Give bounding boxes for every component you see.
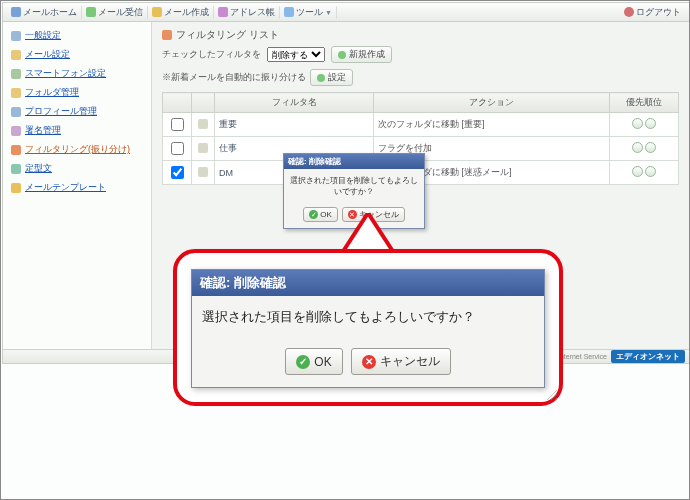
signature-icon [11, 126, 21, 136]
home-icon [11, 7, 21, 17]
sidebar-item-mail[interactable]: メール設定 [3, 45, 151, 64]
dialog-title: 確認: 削除確認 [284, 154, 424, 169]
col-checkbox [163, 93, 192, 113]
tab-label: メール受信 [98, 6, 143, 19]
sidebar-item-label: プロフィール管理 [25, 105, 97, 118]
sidebar-item-label: フィルタリング(振り分け) [25, 143, 130, 156]
col-action: アクション [374, 93, 610, 113]
note-settings-button[interactable]: 設定 [310, 69, 353, 86]
row-checkbox[interactable] [171, 166, 184, 179]
ok-button[interactable]: ✓OK [303, 207, 338, 222]
row-icon [198, 119, 208, 129]
ok-button[interactable]: ✓OK [285, 348, 342, 375]
col-priority: 優先順位 [610, 93, 679, 113]
row-icon [198, 143, 208, 153]
brand-badge: エディオンネット [611, 350, 685, 363]
tools-icon [284, 7, 294, 17]
sidebar-item-profile[interactable]: プロフィール管理 [3, 102, 151, 121]
tab-label: メール作成 [164, 6, 209, 19]
sidebar-item-label: 署名管理 [25, 124, 61, 137]
inbox-icon [86, 7, 96, 17]
row-checkbox[interactable] [171, 142, 184, 155]
table-header-row: フィルタ名 アクション 優先順位 [163, 93, 679, 113]
auto-sort-note: ※新着メールを自動的に振り分ける 設定 [162, 69, 679, 86]
sidebar-item-filtering[interactable]: フィルタリング(振り分け) [3, 140, 151, 159]
logout-button[interactable]: ログアウト [620, 6, 685, 19]
button-label: OK [314, 355, 331, 369]
sidebar-item-label: メールテンプレート [25, 181, 106, 194]
sidebar-item-general[interactable]: 一般設定 [3, 26, 151, 45]
address-icon [218, 7, 228, 17]
priority-up[interactable] [632, 118, 643, 129]
row-checkbox[interactable] [171, 118, 184, 131]
logout-label: ログアウト [636, 6, 681, 19]
zoom-callout: 確認: 削除確認 選択された項目を削除してもよろしいですか？ ✓OK ✕キャンセ… [173, 249, 563, 406]
sidebar-item-mail-template[interactable]: メールテンプレート [3, 178, 151, 197]
priority-up[interactable] [632, 166, 643, 177]
ok-icon: ✓ [309, 210, 318, 219]
col-icon [192, 93, 215, 113]
compose-icon [152, 7, 162, 17]
top-toolbar: メールホーム メール受信 メール作成 アドレス帳 ツール▼ ログアウト [3, 3, 689, 22]
gear-icon [11, 31, 21, 41]
chevron-down-icon: ▼ [325, 9, 332, 16]
tab-label: アドレス帳 [230, 6, 275, 19]
priority-up[interactable] [632, 142, 643, 153]
priority-down[interactable] [645, 118, 656, 129]
dialog-message: 選択された項目を削除してもよろしいですか？ [192, 296, 544, 330]
tab-tools[interactable]: ツール▼ [280, 6, 337, 19]
tab-address-book[interactable]: アドレス帳 [214, 6, 280, 19]
note-text: ※新着メールを自動的に振り分ける [162, 71, 306, 84]
sidebar-item-folder[interactable]: フォルダ管理 [3, 83, 151, 102]
sidebar-item-label: メール設定 [25, 48, 70, 61]
folder-icon [11, 88, 21, 98]
ok-icon: ✓ [296, 355, 310, 369]
sidebar-item-signature[interactable]: 署名管理 [3, 121, 151, 140]
row-priority [610, 161, 679, 185]
tab-mail-receive[interactable]: メール受信 [82, 6, 148, 19]
mail-icon [11, 50, 21, 60]
gear-icon [317, 74, 325, 82]
bulk-action-select[interactable]: 削除する [267, 47, 325, 62]
sidebar-item-label: フォルダ管理 [25, 86, 79, 99]
sidebar-item-label: スマートフォン設定 [25, 67, 106, 80]
tab-label: ツール [296, 6, 323, 19]
col-name: フィルタ名 [215, 93, 374, 113]
text-icon [11, 164, 21, 174]
sidebar-item-label: 定型文 [25, 162, 52, 175]
tab-mail-home[interactable]: メールホーム [7, 6, 82, 19]
row-priority [610, 137, 679, 161]
priority-down[interactable] [645, 166, 656, 177]
row-action: 次のフォルダに移動 [重要] [374, 113, 610, 137]
button-label: 設定 [328, 71, 346, 84]
cancel-button[interactable]: ✕キャンセル [351, 348, 451, 375]
panel-title-text: フィルタリング リスト [176, 28, 279, 42]
phone-icon [11, 69, 21, 79]
filter-icon [11, 145, 21, 155]
tab-label: メールホーム [23, 6, 77, 19]
sidebar-item-template-text[interactable]: 定型文 [3, 159, 151, 178]
new-filter-button[interactable]: 新規作成 [331, 46, 392, 63]
row-name[interactable]: 重要 [215, 113, 374, 137]
app-frame: メールホーム メール受信 メール作成 アドレス帳 ツール▼ ログアウト 一般設定… [0, 0, 690, 500]
button-label: OK [320, 210, 332, 219]
filter-icon [162, 30, 172, 40]
resize-handle-icon [547, 390, 557, 400]
button-label: 新規作成 [349, 48, 385, 61]
panel-title: フィルタリング リスト [162, 28, 679, 42]
sidebar-item-smartphone[interactable]: スマートフォン設定 [3, 64, 151, 83]
logout-icon [624, 7, 634, 17]
profile-icon [11, 107, 21, 117]
priority-down[interactable] [645, 142, 656, 153]
row-icon [198, 167, 208, 177]
bulk-action-label: チェックしたフィルタを [162, 48, 261, 61]
dialog-title: 確認: 削除確認 [192, 270, 544, 296]
tab-mail-compose[interactable]: メール作成 [148, 6, 214, 19]
template-icon [11, 183, 21, 193]
bulk-action-bar: チェックしたフィルタを 削除する 新規作成 [162, 46, 679, 63]
confirm-dialog-large: 確認: 削除確認 選択された項目を削除してもよろしいですか？ ✓OK ✕キャンセ… [191, 269, 545, 388]
sidebar: 一般設定 メール設定 スマートフォン設定 フォルダ管理 プロフィール管理 署名管… [3, 22, 152, 350]
row-priority [610, 113, 679, 137]
cancel-icon: ✕ [362, 355, 376, 369]
table-row: 重要次のフォルダに移動 [重要] [163, 113, 679, 137]
